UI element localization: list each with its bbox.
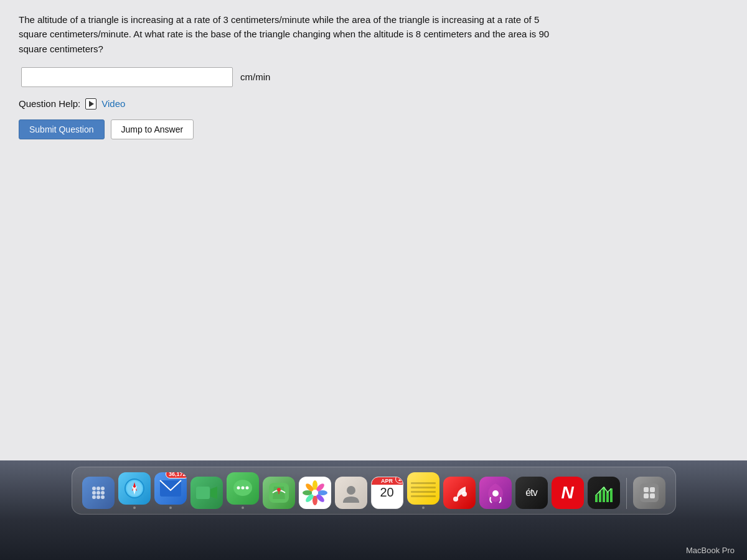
svg-rect-46 xyxy=(644,493,649,498)
maps-icon xyxy=(263,477,295,509)
svg-point-21 xyxy=(245,487,248,490)
dock-item-music[interactable] xyxy=(443,477,476,509)
svg-rect-43 xyxy=(640,483,659,502)
dock-container: 36,172 xyxy=(0,460,747,560)
netflix-icon: N xyxy=(552,477,584,509)
dock-item-calendar[interactable]: APR 20 2 xyxy=(371,477,403,509)
dock-item-photos[interactable] xyxy=(299,477,331,509)
svg-point-36 xyxy=(462,492,467,497)
unit-label: cm/min xyxy=(240,72,270,82)
svg-point-1 xyxy=(96,487,100,490)
notes-icon xyxy=(407,472,439,505)
svg-rect-42 xyxy=(610,488,613,502)
dock: 36,172 xyxy=(72,467,676,515)
dock-item-mail[interactable]: 36,172 xyxy=(154,472,187,509)
svg-point-6 xyxy=(92,495,96,499)
dock-item-contacts[interactable] xyxy=(335,477,367,509)
dock-item-netflix[interactable]: N xyxy=(552,477,584,509)
answer-row: cm/min xyxy=(19,67,728,87)
svg-rect-40 xyxy=(603,487,605,502)
submit-question-button[interactable]: Submit Question xyxy=(19,119,105,139)
video-link[interactable]: Video xyxy=(101,98,125,109)
svg-point-19 xyxy=(237,487,240,490)
main-content: The altitude of a triangle is increasing… xyxy=(0,0,747,460)
dock-item-notes[interactable] xyxy=(407,472,439,509)
svg-point-2 xyxy=(101,487,105,490)
svg-rect-47 xyxy=(650,493,655,498)
svg-point-3 xyxy=(92,491,96,495)
calendar-icon: APR 20 2 xyxy=(371,477,403,509)
facetime-icon xyxy=(190,477,223,509)
dock-item-podcasts[interactable] xyxy=(479,477,512,509)
svg-rect-44 xyxy=(644,487,649,492)
svg-point-7 xyxy=(96,495,100,499)
dock-separator xyxy=(626,478,627,509)
question-help-label: Question Help: xyxy=(19,98,80,109)
dock-item-appletv[interactable]: étv xyxy=(515,477,548,509)
svg-rect-41 xyxy=(606,492,609,502)
messages-dot xyxy=(242,506,244,509)
jump-to-answer-button[interactable]: Jump to Answer xyxy=(111,119,194,139)
video-play-icon[interactable] xyxy=(85,98,96,110)
mail-dot xyxy=(169,506,172,509)
svg-rect-39 xyxy=(599,491,601,502)
svg-point-35 xyxy=(453,497,458,502)
calendar-day: 20 xyxy=(380,485,393,500)
svg-point-37 xyxy=(492,490,499,497)
svg-rect-15 xyxy=(196,487,210,499)
dock-item-maps[interactable] xyxy=(263,477,295,509)
dock-item-launchpad[interactable] xyxy=(82,477,115,509)
answer-input[interactable] xyxy=(21,67,233,87)
music-icon xyxy=(443,477,476,509)
dock-item-facetime[interactable] xyxy=(190,477,223,509)
svg-point-5 xyxy=(101,491,105,495)
svg-point-23 xyxy=(277,488,281,492)
mail-badge: 36,172 xyxy=(166,472,187,478)
question-text: The altitude of a triangle is increasing… xyxy=(19,12,554,56)
svg-point-20 xyxy=(241,487,244,490)
svg-point-34 xyxy=(347,486,355,495)
contacts-icon xyxy=(335,477,367,509)
notes-dot xyxy=(422,506,425,509)
svg-rect-45 xyxy=(650,487,655,492)
stocks-icon xyxy=(588,477,620,509)
svg-point-4 xyxy=(96,491,100,495)
question-help-row: Question Help: Video xyxy=(19,98,728,110)
dock-item-safari[interactable] xyxy=(118,472,151,509)
messages-icon xyxy=(227,472,259,505)
mail-icon: 36,172 xyxy=(154,472,187,505)
svg-rect-38 xyxy=(595,495,598,502)
safari-icon xyxy=(118,472,151,505)
svg-marker-16 xyxy=(210,487,217,499)
svg-point-8 xyxy=(101,495,105,499)
photos-icon xyxy=(299,477,331,509)
systemprefs-icon xyxy=(633,477,665,509)
svg-point-33 xyxy=(312,490,318,496)
podcasts-icon xyxy=(479,477,512,509)
launchpad-icon xyxy=(82,477,115,509)
safari-dot xyxy=(133,506,136,509)
appletv-icon: étv xyxy=(515,477,548,509)
svg-point-0 xyxy=(92,487,96,490)
dock-item-stocks[interactable] xyxy=(588,477,620,509)
macbook-pro-label: MacBook Pro xyxy=(686,546,735,555)
dock-item-systemprefs[interactable] xyxy=(633,477,665,509)
buttons-row: Submit Question Jump to Answer xyxy=(19,119,728,139)
dock-item-messages[interactable] xyxy=(227,472,259,509)
